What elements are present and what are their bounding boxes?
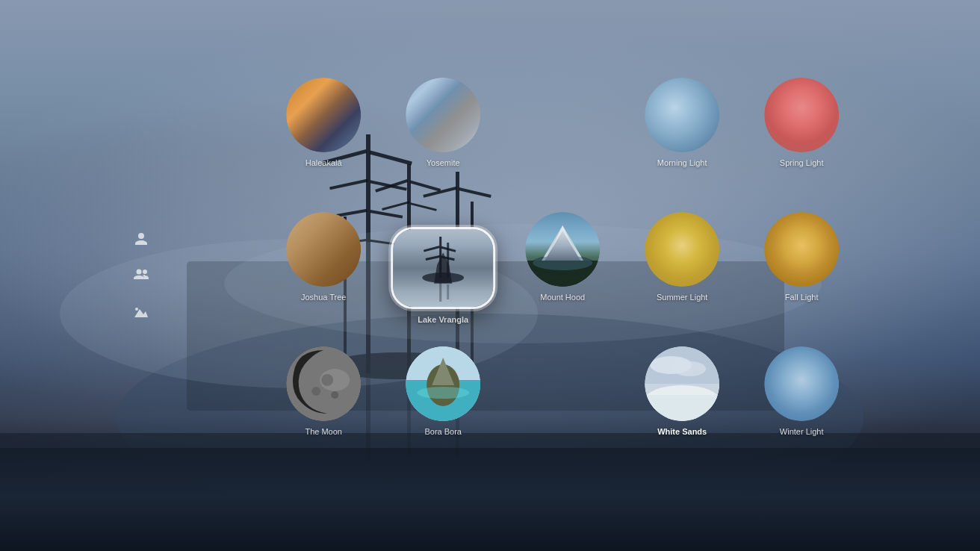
wallpaper-label-joshua-tree: Joshua Tree [301,293,347,302]
wallpaper-thumb-lake-vrangla[interactable] [391,227,495,309]
wallpaper-item-bora-bora[interactable]: Bora Bora [394,346,491,473]
wallpaper-label-yosemite: Yosemite [427,158,460,167]
wallpaper-item-haleakala[interactable]: Haleakalā [275,78,372,205]
wallpaper-label-summer-light: Summer Light [657,293,707,302]
wallpaper-thumb-white-sands[interactable] [645,346,719,421]
svg-point-29 [137,270,142,275]
wallpaper-item-mount-hood[interactable]: Mount Hood [514,212,611,339]
wallpaper-label-mount-hood: Mount Hood [540,293,585,302]
wallpaper-thumb-mount-hood[interactable] [525,212,600,287]
svg-marker-44 [551,225,574,249]
group-icon[interactable] [131,265,152,286]
wallpaper-label-fall-light: Fall Light [785,293,819,302]
wallpaper-thumb-morning-light[interactable] [645,78,719,152]
svg-rect-40 [447,284,449,299]
landscape-icon[interactable] [131,301,152,322]
svg-point-58 [417,387,469,399]
svg-point-31 [135,308,138,311]
svg-point-51 [311,387,320,396]
wallpaper-item-winter-light[interactable]: Winter Light [753,346,850,473]
svg-point-46 [533,255,592,270]
wallpaper-item-white-sands[interactable]: White Sands [633,346,731,473]
wallpaper-label-bora-bora: Bora Bora [424,427,462,436]
wallpaper-thumb-spring-light[interactable] [764,78,839,152]
wallpaper-label-spring-light: Spring Light [780,158,824,167]
wallpaper-thumb-bora-bora[interactable] [406,346,480,421]
empty-cell-r1c3 [514,78,611,205]
wallpaper-thumb-winter-light[interactable] [764,346,839,421]
wallpaper-item-joshua-tree[interactable]: Joshua Tree [275,212,372,339]
wallpaper-item-moon[interactable]: The Moon [275,346,372,473]
wallpaper-label-white-sands: White Sands [657,427,707,436]
wallpaper-label-winter-light: Winter Light [780,427,824,436]
svg-rect-33 [424,246,440,252]
svg-point-30 [143,270,147,274]
wallpaper-thumb-summer-light[interactable] [645,212,719,287]
wallpaper-item-spring-light[interactable]: Spring Light [753,78,850,205]
svg-point-52 [320,369,350,391]
wallpaper-item-summer-light[interactable]: Summer Light [633,212,731,339]
wallpaper-thumb-moon[interactable] [286,346,361,421]
wallpaper-item-fall-light[interactable]: Fall Light [753,212,850,339]
svg-point-50 [331,391,338,399]
svg-point-38 [422,273,464,283]
wallpaper-thumb-yosemite[interactable] [406,78,480,152]
wallpaper-item-morning-light[interactable]: Morning Light [633,78,731,205]
svg-marker-43 [542,225,583,261]
person-icon[interactable] [131,229,152,250]
svg-rect-34 [426,255,441,261]
wallpaper-thumb-fall-light[interactable] [764,212,839,287]
svg-rect-64 [645,395,719,421]
wallpaper-label-haleakala: Haleakalā [306,158,342,167]
wallpaper-thumb-haleakala[interactable] [286,78,361,152]
wallpaper-grid: Haleakalā Yosemite Morning Light Spring … [260,63,865,488]
svg-rect-39 [439,283,441,302]
wallpaper-label-moon: The Moon [305,427,342,436]
sidebar [131,229,152,322]
wallpaper-thumb-joshua-tree[interactable] [286,212,361,287]
svg-rect-37 [447,243,449,278]
wallpaper-item-yosemite[interactable]: Yosemite [394,78,491,205]
wallpaper-label-lake-vrangla: Lake Vrangla [418,315,468,324]
wallpaper-item-lake-vrangla[interactable]: Lake Vrangla [394,212,491,339]
svg-point-61 [673,361,706,376]
empty-cell-r3c3 [514,346,611,473]
wallpaper-label-morning-light: Morning Light [657,158,707,167]
